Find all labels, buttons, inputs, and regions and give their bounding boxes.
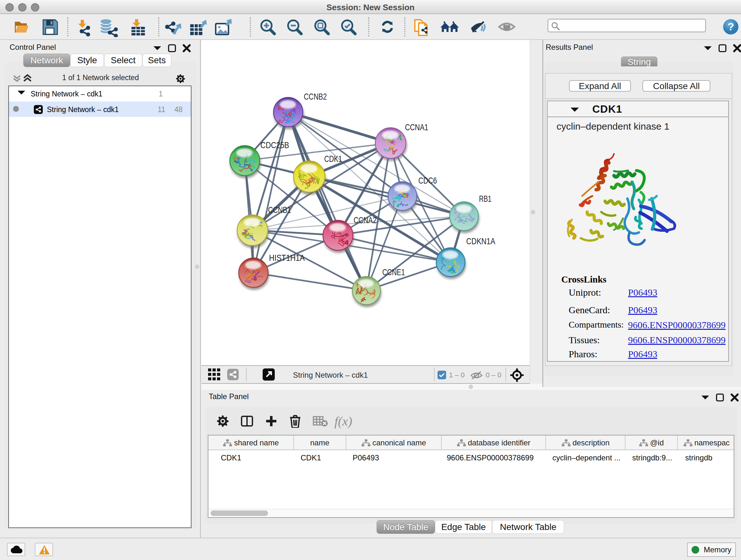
svg-text:CDKN1A: CDKN1A bbox=[466, 236, 495, 246]
svg-text:CCNE1: CCNE1 bbox=[382, 267, 405, 277]
svg-text:CCNA1: CCNA1 bbox=[405, 122, 428, 132]
svg-text:HIST1H1A: HIST1H1A bbox=[269, 253, 305, 263]
svg-text:CCNB2: CCNB2 bbox=[304, 91, 327, 102]
svg-text:?: ? bbox=[728, 21, 734, 33]
svg-text:CCNA2: CCNA2 bbox=[354, 215, 377, 225]
svg-text:CDK1: CDK1 bbox=[324, 154, 342, 164]
svg-text:RB1: RB1 bbox=[479, 194, 491, 204]
svg-text:CCNB1: CCNB1 bbox=[268, 205, 291, 215]
svg-text:CDC6: CDC6 bbox=[418, 176, 437, 186]
svg-text:CDC25B: CDC25B bbox=[260, 140, 289, 150]
